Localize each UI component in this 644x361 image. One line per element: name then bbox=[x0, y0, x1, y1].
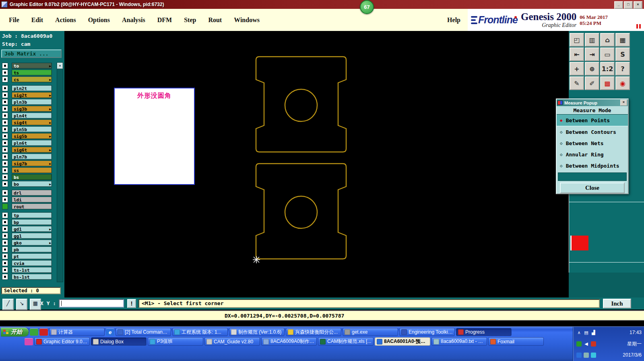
measure-close-button[interactable]: Close bbox=[560, 183, 625, 193]
layer-visibility-checkbox[interactable] bbox=[2, 190, 8, 196]
tray-expand-icon[interactable]: ∧ bbox=[576, 330, 582, 335]
layer-row[interactable]: pln4t bbox=[0, 112, 56, 119]
line-select-icon[interactable]: ╱ bbox=[2, 299, 14, 310]
menu-help[interactable]: Help bbox=[447, 9, 460, 31]
layer-row[interactable]: ts bbox=[0, 69, 56, 76]
layer-visibility-checkbox[interactable] bbox=[2, 197, 8, 203]
draw-tools-icon[interactable]: ✎ bbox=[570, 76, 584, 90]
layer-row[interactable]: sig2t▶ bbox=[0, 92, 56, 98]
keyboard-icon[interactable]: ▤ bbox=[584, 330, 589, 335]
screen-icon[interactable]: ▥ bbox=[585, 33, 599, 47]
layer-scrollbar[interactable]: ▲ bbox=[57, 62, 63, 282]
layer-name[interactable]: sig4t▶ bbox=[12, 119, 52, 125]
layer-name[interactable]: bs-1st bbox=[12, 274, 52, 280]
help-button[interactable]: ? bbox=[615, 62, 630, 76]
layer-visibility-checkbox[interactable] bbox=[2, 133, 8, 139]
layer-name[interactable]: gg1 bbox=[12, 233, 52, 239]
layer-name[interactable]: to▶ bbox=[12, 63, 52, 69]
layer-row[interactable]: sig5b▶ bbox=[0, 133, 56, 139]
view-corner-icon[interactable]: ◰ bbox=[570, 33, 584, 47]
zoom-center-icon[interactable]: ⊕ bbox=[585, 62, 599, 76]
menu-windows[interactable]: Windows bbox=[233, 16, 260, 25]
minimize-button[interactable]: _ bbox=[614, 1, 623, 9]
menu-analysis[interactable]: Analysis bbox=[121, 16, 146, 25]
taskbar-button[interactable]: Progress bbox=[456, 328, 512, 336]
layer-row[interactable]: bp bbox=[0, 219, 56, 226]
layer-visibility-checkbox[interactable] bbox=[2, 212, 8, 218]
layer-name[interactable]: bs bbox=[12, 174, 52, 180]
taskbar-button[interactable]: 兴森快捷衡阳分公... bbox=[286, 328, 341, 336]
layer-visibility-checkbox[interactable] bbox=[2, 260, 8, 266]
layer-visibility-checkbox[interactable] bbox=[2, 246, 8, 252]
table-icon[interactable]: ▦ bbox=[30, 299, 41, 310]
taskbar-button[interactable]: Dialog Box bbox=[91, 337, 147, 346]
snapshot-icon[interactable]: S bbox=[615, 47, 630, 61]
layer-visibility-checkbox[interactable] bbox=[2, 70, 8, 76]
measure-option-annular-ring[interactable]: ◇Annular Ring bbox=[557, 149, 628, 160]
layer-name[interactable]: sig5b▶ bbox=[12, 133, 52, 139]
layer-name[interactable]: pln6t bbox=[12, 140, 52, 146]
layer-row[interactable]: ts-1st bbox=[0, 267, 56, 273]
layer-name[interactable]: pb bbox=[12, 246, 52, 252]
layer-visibility-checkbox[interactable] bbox=[2, 219, 8, 225]
measure-popup-close-icon[interactable]: × bbox=[620, 100, 627, 106]
taskbar-button[interactable]: Engineering Toolkit 9... bbox=[399, 328, 455, 336]
layer-visibility-checkbox[interactable] bbox=[2, 126, 8, 132]
record-pause-icon[interactable] bbox=[636, 24, 641, 29]
layer-row[interactable]: bs-1st bbox=[0, 273, 56, 280]
layer-visibility-checkbox[interactable] bbox=[2, 203, 8, 209]
layer-row[interactable]: ss bbox=[0, 167, 56, 174]
layer-name[interactable]: ldi bbox=[12, 197, 52, 203]
layer-name[interactable]: pt bbox=[12, 253, 52, 259]
quicklaunch-ie-icon[interactable]: e bbox=[106, 328, 114, 336]
quicklaunch-desktop-icon[interactable] bbox=[30, 328, 38, 336]
layer-visibility-checkbox[interactable] bbox=[2, 226, 8, 232]
measure-option-between-midpoints[interactable]: ◇Between Midpoints bbox=[557, 160, 628, 171]
layer-row[interactable]: gko▶ bbox=[0, 239, 56, 246]
layer-name[interactable]: bp bbox=[12, 219, 52, 225]
layer-name[interactable]: ts-1st bbox=[12, 267, 52, 273]
layer-name[interactable]: pln7b bbox=[12, 154, 52, 160]
layer-row[interactable]: gd1▶ bbox=[0, 226, 56, 232]
units-button[interactable]: Inch bbox=[603, 299, 631, 308]
layer-name[interactable]: cvia bbox=[12, 260, 52, 266]
layer-row[interactable]: pln6t bbox=[0, 139, 56, 146]
layer-name[interactable]: pln3b bbox=[12, 99, 52, 105]
layer-row[interactable]: to▶ bbox=[0, 62, 56, 69]
maximize-button[interactable]: □ bbox=[624, 1, 633, 9]
layer-name[interactable]: rout bbox=[12, 203, 52, 209]
measure-popup-titlebar[interactable]: Measure Popup × bbox=[557, 99, 628, 106]
layer-visibility-checkbox[interactable] bbox=[2, 274, 8, 280]
taskbar-button[interactable]: Foxmail bbox=[488, 337, 544, 346]
menu-rout[interactable]: Rout bbox=[207, 16, 223, 25]
layer-visibility-checkbox[interactable] bbox=[2, 147, 8, 153]
measure-option-between-nets[interactable]: ◇Between Nets bbox=[557, 137, 628, 149]
layer-row[interactable]: sig6t▶ bbox=[0, 146, 56, 153]
layer-name[interactable]: ts bbox=[12, 70, 52, 76]
layer-row[interactable]: bo▶ bbox=[0, 180, 56, 187]
taskbar-button[interactable]: 8ACA6001A0-预审... bbox=[375, 337, 430, 346]
usb-icon[interactable] bbox=[584, 353, 589, 358]
layer-row[interactable]: drl bbox=[0, 189, 56, 196]
menu-step[interactable]: Step bbox=[183, 16, 197, 25]
highlight-icon[interactable]: ◉ bbox=[615, 76, 630, 90]
layer-row[interactable]: ldi bbox=[0, 196, 56, 203]
graphic-canvas[interactable]: 外形没圆角 bbox=[64, 31, 569, 297]
layer-row[interactable]: sig7b▶ bbox=[0, 160, 56, 167]
xy-input[interactable] bbox=[60, 301, 123, 308]
taskbar-button[interactable]: 制作规范 (Ver:1.0.6) bbox=[229, 328, 285, 336]
taskbar-button[interactable]: [2] Total Commander ... bbox=[116, 328, 171, 336]
command-button[interactable]: ! bbox=[127, 299, 136, 308]
layer-visibility-checkbox[interactable] bbox=[2, 160, 8, 166]
taskbar-button[interactable]: 计算器 bbox=[49, 328, 105, 336]
layer-visibility-checkbox[interactable] bbox=[2, 92, 8, 98]
layer-name[interactable]: sig7b▶ bbox=[12, 160, 52, 166]
taskbar-button[interactable]: CAM_Guide v2.80 bbox=[204, 337, 260, 346]
quicklaunch-pdf-icon[interactable] bbox=[39, 328, 48, 336]
messenger-icon[interactable] bbox=[576, 353, 582, 358]
measure-option-between-contours[interactable]: ◇Between Contours bbox=[557, 126, 628, 137]
antivirus-icon[interactable] bbox=[576, 341, 582, 347]
layer-row[interactable]: pln3b bbox=[0, 98, 56, 105]
layer-row[interactable]: cs▶ bbox=[0, 76, 56, 83]
layer-visibility-checkbox[interactable] bbox=[2, 113, 8, 119]
